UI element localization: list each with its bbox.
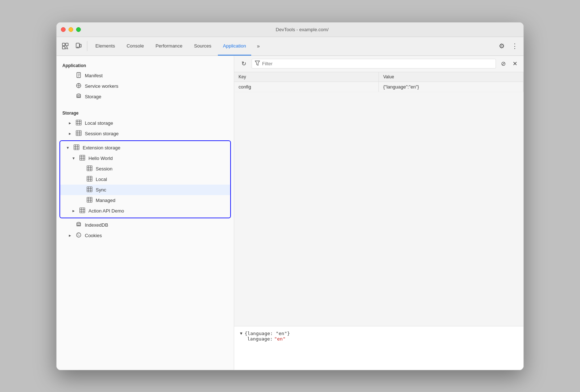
object-arrow: ▼	[240, 331, 243, 336]
devtools-window: DevTools - example.com/ Elements Console	[56, 22, 524, 370]
svg-rect-1	[66, 43, 68, 46]
sidebar-item-managed[interactable]: Managed	[60, 195, 230, 206]
svg-rect-42	[87, 176, 92, 181]
sidebar-item-storage-app[interactable]: Storage	[57, 91, 234, 102]
managed-label: Managed	[96, 198, 115, 203]
device-toggle-button[interactable]	[72, 40, 84, 52]
session-storage-icon	[75, 130, 82, 137]
sidebar-item-session-storage[interactable]: ► Session storage	[57, 128, 234, 139]
sidebar-item-sync[interactable]: Sync	[60, 185, 230, 195]
sidebar-item-cookies[interactable]: ► Cookies	[57, 230, 234, 241]
session-label: Session	[96, 166, 112, 172]
filter-input[interactable]	[262, 61, 493, 66]
svg-point-62	[77, 222, 80, 224]
sidebar-item-manifest[interactable]: Manifest	[57, 70, 234, 81]
sync-arrow	[79, 188, 83, 192]
svg-point-66	[78, 235, 78, 236]
hello-world-label: Hello World	[88, 156, 113, 161]
object-label: {language: "en"}	[245, 331, 290, 336]
application-section-title: Application	[57, 60, 234, 70]
more-tabs-button[interactable]: »	[253, 40, 264, 52]
sync-icon	[86, 186, 93, 193]
settings-button[interactable]: ⚙	[496, 40, 508, 52]
object-line: ▼ {language: "en"}	[240, 331, 518, 336]
manifest-label: Manifest	[85, 73, 103, 78]
sidebar-item-local[interactable]: Local	[60, 174, 230, 185]
svg-rect-57	[80, 208, 85, 213]
sidebar-item-local-storage[interactable]: ► Local storage	[57, 118, 234, 128]
clear-filter-button[interactable]: ⊘	[499, 59, 508, 68]
tab-performance[interactable]: Performance	[150, 37, 187, 55]
row-value-cell: {"language":"en"}	[379, 82, 523, 92]
sync-label: Sync	[96, 187, 106, 193]
svg-marker-67	[255, 61, 260, 65]
sidebar-item-session[interactable]: Session	[60, 164, 230, 174]
extension-storage-group: ▼ Extension storage ▼	[59, 140, 231, 218]
traffic-lights	[61, 27, 81, 32]
sw-arrow	[68, 84, 72, 88]
property-value: "en"	[274, 336, 285, 342]
storage-icon	[75, 93, 82, 100]
more-options-button[interactable]: ⋮	[509, 40, 521, 52]
action-api-arrow: ►	[72, 209, 76, 213]
property-line: language: "en"	[240, 336, 518, 342]
indexeddb-icon	[75, 222, 82, 228]
action-api-icon	[79, 207, 86, 214]
cookies-label: Cookies	[85, 233, 102, 238]
extension-storage-label: Extension storage	[83, 145, 120, 150]
manifest-arrow	[68, 74, 72, 78]
refresh-button[interactable]: ↻	[239, 59, 249, 69]
svg-rect-37	[87, 166, 92, 171]
filter-icon	[255, 61, 260, 67]
main-content: Application Manifest	[57, 56, 523, 370]
manifest-icon	[75, 72, 82, 79]
service-workers-icon	[75, 83, 82, 90]
local-storage-label: Local storage	[85, 120, 113, 126]
tab-application[interactable]: Application	[218, 37, 251, 55]
session-icon	[86, 165, 93, 172]
maximize-button[interactable]	[76, 27, 81, 32]
sidebar-item-service-workers[interactable]: Service workers	[57, 81, 234, 91]
minimize-button[interactable]	[69, 27, 73, 32]
extension-storage-icon	[73, 144, 80, 151]
hello-world-arrow: ▼	[72, 156, 76, 160]
toolbar: Elements Console Performance Sources App…	[57, 37, 523, 56]
managed-arrow	[79, 198, 83, 202]
managed-icon	[86, 197, 93, 204]
toolbar-divider	[87, 41, 87, 51]
local-storage-icon	[75, 120, 82, 127]
session-storage-arrow: ►	[68, 132, 72, 136]
svg-point-16	[77, 94, 80, 95]
property-key: language:	[247, 336, 273, 342]
svg-point-64	[78, 234, 78, 235]
sidebar: Application Manifest	[57, 56, 234, 370]
data-table: Key Value config	[234, 72, 523, 92]
storage-app-arrow	[68, 95, 72, 99]
tab-console[interactable]: Console	[121, 37, 149, 55]
window-title: DevTools - example.com/	[85, 27, 519, 32]
local-label: Local	[96, 177, 107, 182]
table-row[interactable]: config {"language":"en"}	[234, 82, 523, 92]
sidebar-item-action-api-demo[interactable]: ► Action API Demo	[60, 206, 230, 216]
cursor-tool-button[interactable]	[59, 40, 71, 52]
close-button[interactable]	[61, 27, 66, 32]
svg-point-65	[79, 235, 79, 236]
indexeddb-label: IndexedDB	[85, 222, 108, 228]
cookies-arrow: ►	[68, 234, 72, 238]
sidebar-item-extension-storage[interactable]: ▼ Extension storage	[60, 143, 230, 153]
close-filter-button[interactable]: ✕	[510, 59, 519, 68]
sidebar-item-indexeddb[interactable]: IndexedDB	[57, 220, 234, 230]
svg-rect-17	[76, 120, 81, 125]
cookies-icon	[75, 232, 82, 239]
svg-rect-0	[62, 43, 65, 46]
indexeddb-arrow	[68, 223, 72, 227]
svg-point-63	[76, 233, 81, 237]
svg-rect-27	[74, 145, 79, 150]
tab-elements[interactable]: Elements	[90, 37, 120, 55]
sidebar-item-hello-world[interactable]: ▼ Hello World	[60, 153, 230, 164]
tab-sources[interactable]: Sources	[189, 37, 216, 55]
svg-point-11	[78, 85, 79, 86]
session-storage-label: Session storage	[85, 131, 119, 136]
bottom-pane: ▼ {language: "en"} language: "en"	[234, 326, 523, 370]
right-panel: ↻ ⊘ ✕	[234, 56, 523, 370]
